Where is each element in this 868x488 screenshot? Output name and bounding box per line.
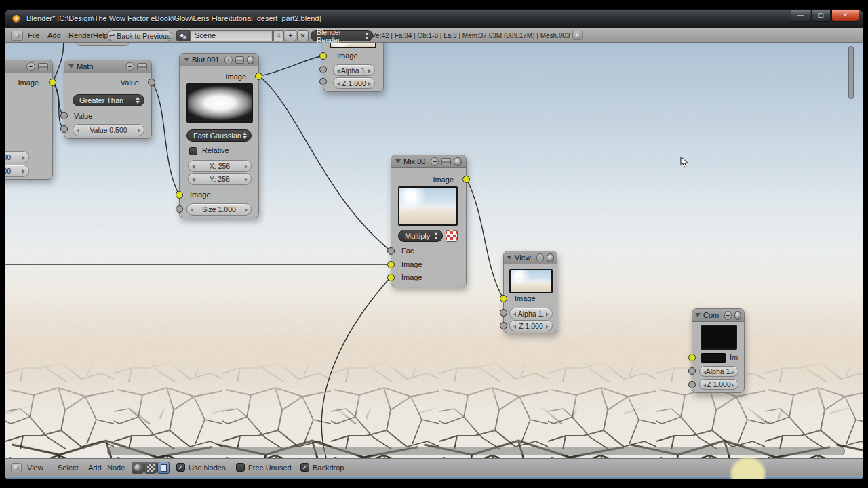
minimize-button[interactable]: — (791, 10, 810, 22)
alpha-slider[interactable]: Alpha 1. (509, 308, 553, 319)
value-slider[interactable]: 0.000 (5, 165, 29, 177)
node-view[interactable]: View + Image Alpha 1. Z 1.000 (503, 251, 557, 333)
input-image1-socket[interactable] (387, 261, 395, 268)
image-value-field[interactable] (701, 353, 726, 363)
editor-type-icon[interactable] (11, 30, 23, 41)
math-operation-select[interactable]: Greater Than (73, 94, 144, 106)
node-render-layers-partial[interactable]: + Image 0.000 0.000 (5, 60, 53, 180)
input-image2-label: Image (401, 273, 422, 281)
menu-help[interactable]: Help (93, 31, 108, 39)
tree-type-compositing-button[interactable] (157, 462, 170, 474)
output-image-socket[interactable] (255, 73, 262, 80)
menu-select[interactable]: Select (58, 464, 79, 472)
output-image-socket[interactable] (462, 176, 470, 183)
material-sphere-icon (247, 56, 254, 64)
render-engine-select[interactable]: Blender Render (311, 30, 373, 41)
relative-checkbox[interactable] (189, 147, 197, 155)
close-button[interactable]: ✕ (831, 10, 859, 22)
plus-icon[interactable]: + (724, 311, 731, 320)
blur-x-slider[interactable]: X: 256 (188, 160, 252, 172)
node-viewer-top-partial[interactable]: Image Alpha 1. Z 1.000 (323, 43, 384, 92)
input-alpha-socket[interactable] (688, 367, 696, 375)
layers-icon (235, 56, 244, 64)
input-z-socket[interactable] (500, 322, 507, 329)
menu-add[interactable]: Add (47, 31, 61, 39)
plus-icon[interactable]: + (536, 253, 544, 262)
link-blur-to-mix-fac (259, 76, 391, 251)
link-mathvalue-to-blur-image (152, 82, 179, 195)
blend-mode-select[interactable]: Multiply (398, 230, 443, 242)
backdrop-checkbox[interactable]: ✓ (300, 463, 309, 472)
alpha-checker-button[interactable] (446, 230, 458, 242)
input-image-socket[interactable] (176, 191, 183, 199)
node-header[interactable]: + (5, 60, 52, 73)
blur-y-slider[interactable]: Y: 256 (188, 173, 252, 185)
z-slider[interactable]: Z 1.000 (333, 77, 375, 89)
node-header[interactable]: Mix.00 + (391, 155, 466, 168)
node-header[interactable]: View + (504, 251, 557, 264)
node-editor-canvas[interactable]: + Image 0.000 0.000 Math + Value Greater (5, 43, 863, 458)
vertical-scrollbar[interactable] (848, 46, 854, 99)
blur-filter-select[interactable]: Fast Gaussian (186, 129, 252, 142)
z-slider[interactable]: Z 1.000 (509, 320, 553, 331)
blur-preview-image (186, 83, 253, 123)
input-value-socket[interactable] (60, 112, 68, 119)
menu-node[interactable]: Node (107, 464, 125, 472)
viewer-preview-image (330, 43, 376, 48)
plus-icon[interactable]: + (26, 62, 35, 71)
node-header[interactable]: Blur.001 + (180, 54, 258, 66)
back-to-previous-button[interactable]: ↩ Back to Previous (107, 30, 172, 41)
value-slider[interactable]: 0.000 (5, 151, 29, 163)
input-alpha-socket[interactable] (500, 309, 507, 317)
plus-icon[interactable]: + (224, 56, 232, 64)
input-alpha-socket[interactable] (319, 66, 327, 73)
scene-name-field[interactable]: Scene (190, 30, 273, 41)
input-fac-socket[interactable] (387, 247, 395, 255)
input-image-socket[interactable] (500, 295, 507, 302)
input-value2-socket[interactable] (60, 125, 68, 133)
output-value-socket[interactable] (148, 79, 155, 86)
scene-add-button[interactable]: + (285, 30, 296, 41)
input-z-socket[interactable] (688, 381, 696, 388)
alpha-slider[interactable]: Alpha 1. (699, 366, 738, 377)
input-image-socket[interactable] (319, 52, 327, 60)
node-header[interactable]: Com + (692, 309, 744, 322)
math-value-slider[interactable]: Value 0.500 (73, 124, 144, 136)
horizontal-scrollbar[interactable] (107, 447, 845, 455)
collapse-icon[interactable] (395, 159, 401, 163)
input-image-socket[interactable] (688, 354, 696, 361)
editor-type-icon[interactable] (11, 463, 22, 472)
input-size-socket[interactable] (176, 205, 183, 213)
title-bar[interactable]: Blender* [C:\Design\The Wow Factor eBook… (5, 10, 863, 28)
node-header[interactable]: Math + (64, 60, 151, 73)
plus-icon[interactable]: + (431, 157, 439, 166)
node-title: Mix.00 (403, 157, 425, 165)
free-unused-checkbox[interactable] (236, 463, 245, 472)
z-slider[interactable]: Z 1.000 (699, 379, 738, 390)
collapse-icon[interactable] (68, 64, 74, 68)
tree-type-texture-button[interactable] (144, 462, 157, 474)
maximize-button[interactable]: ▢ (811, 10, 831, 22)
use-nodes-checkbox[interactable]: ✓ (176, 463, 185, 472)
node-composite[interactable]: Com + Im Alpha 1. Z 1.000 (692, 308, 745, 393)
node-mix[interactable]: Mix.00 + Image Multiply Fac Image Image (391, 155, 467, 287)
scene-unlink-button[interactable]: ✕ (297, 30, 309, 41)
input-z-socket[interactable] (319, 78, 327, 85)
menu-view[interactable]: View (27, 464, 43, 472)
input-image2-socket[interactable] (387, 274, 395, 281)
collapse-icon[interactable] (507, 256, 512, 260)
node-blur[interactable]: Blur.001 + Image Fast Gaussian Relative … (179, 53, 259, 218)
input-fac-label: Fac (401, 247, 414, 255)
scene-browse-icon[interactable] (176, 30, 190, 41)
blur-size-slider[interactable]: Size 1.000 (186, 203, 252, 216)
collapse-icon[interactable] (184, 58, 189, 62)
collapse-icon[interactable] (695, 313, 701, 317)
plus-icon[interactable]: + (125, 62, 134, 71)
tree-type-shader-button[interactable] (132, 462, 144, 474)
output-image-socket[interactable] (49, 79, 56, 86)
node-math[interactable]: Math + Value Greater Than Value Value 0.… (64, 60, 152, 139)
menu-file[interactable]: File (28, 31, 40, 39)
menu-render[interactable]: Render (68, 31, 93, 39)
alpha-slider[interactable]: Alpha 1. (333, 64, 375, 76)
menu-add[interactable]: Add (88, 464, 102, 472)
